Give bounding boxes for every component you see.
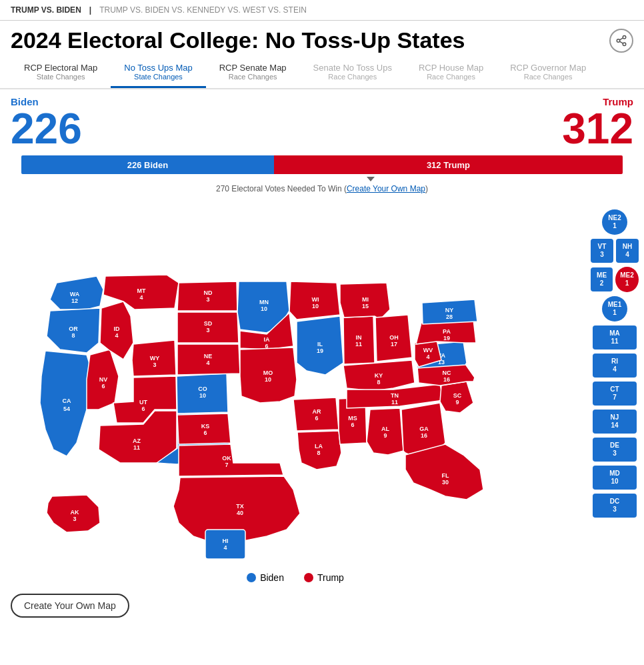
state-ne[interactable]: NE 4 — [177, 344, 240, 375]
biden-bar-label: 226 Biden — [127, 160, 168, 170]
right-panel: NE21 VT3 NH4 ME2 ME21 ME11 — [591, 203, 644, 587]
state-ct[interactable]: CT7 — [593, 382, 637, 406]
trump-legend-label: Trump — [317, 572, 344, 583]
state-ar[interactable]: AR 6 — [293, 398, 339, 431]
state-sc[interactable]: SC 9 — [440, 382, 473, 413]
svg-point-2 — [623, 43, 626, 46]
tab-rcp-electoral[interactable]: RCP Electoral Map State Changes — [11, 57, 111, 88]
state-fl[interactable]: FL 30 — [405, 444, 483, 500]
trump-biden-kennedy-link[interactable]: TRUMP VS. BIDEN VS. KENNEDY VS. WEST VS.… — [99, 5, 307, 15]
state-ma[interactable]: MA11 — [593, 325, 637, 350]
svg-marker-101 — [405, 444, 483, 500]
state-nv[interactable]: NV 6 — [87, 350, 119, 410]
state-ri[interactable]: RI4 — [593, 354, 637, 378]
trump-score: 312 — [562, 107, 633, 150]
state-ca[interactable]: CA 54 — [40, 351, 93, 456]
state-in[interactable]: IN 11 — [343, 316, 375, 364]
svg-marker-32 — [177, 374, 228, 414]
state-me2[interactable]: ME21 — [615, 267, 639, 292]
state-al[interactable]: AL 9 — [367, 408, 403, 455]
svg-marker-5 — [50, 276, 103, 309]
tab-senate-notossups: Senate No Toss Ups Race Changes — [300, 57, 405, 88]
state-dc[interactable]: DC3 — [593, 494, 637, 518]
state-oh[interactable]: OH 17 — [375, 315, 412, 362]
tab-no-tossups-sub: State Changes — [134, 73, 183, 81]
state-co[interactable]: CO 10 — [177, 374, 228, 414]
legend-trump: Trump — [304, 572, 344, 583]
trump-biden-link[interactable]: TRUMP VS. BIDEN — [11, 5, 81, 15]
tab-rcp-senate[interactable]: RCP Senate Map Race Changes — [206, 57, 300, 88]
state-la[interactable]: LA 8 — [297, 431, 341, 470]
tab-rcp-house-sub: Race Changes — [427, 73, 475, 81]
svg-marker-74 — [289, 281, 340, 319]
svg-marker-14 — [87, 350, 119, 410]
tab-rcp-electoral-label: RCP Electoral Map — [24, 63, 97, 73]
svg-marker-50 — [179, 444, 283, 476]
share-button[interactable] — [609, 29, 633, 53]
state-me1[interactable]: ME11 — [602, 296, 627, 321]
svg-marker-104 — [440, 382, 473, 413]
map-area: WA 12 OR 8 CA 54 NV 6 — [0, 196, 644, 587]
tab-no-tossups-label: No Toss Ups Map — [124, 63, 192, 73]
svg-marker-47 — [177, 414, 231, 444]
page-title: 2024 Electoral College: No Toss-Up State… — [11, 27, 465, 53]
svg-marker-11 — [40, 351, 93, 456]
svg-rect-125 — [205, 530, 245, 559]
create-map-link[interactable]: Create Your Own Map — [347, 184, 425, 193]
state-nh[interactable]: NH4 — [616, 239, 639, 263]
biden-bar: 226 Biden — [21, 155, 274, 174]
svg-marker-38 — [177, 281, 237, 311]
tab-rcp-governor-label: RCP Governor Map — [510, 63, 586, 73]
state-ak[interactable]: AK 3 — [47, 495, 100, 532]
state-wa[interactable]: WA 12 — [50, 276, 103, 309]
tab-senate-notossups-label: Senate No Toss Ups — [313, 63, 392, 73]
map-container: WA 12 OR 8 CA 54 NV 6 — [0, 203, 591, 587]
svg-marker-44 — [177, 344, 240, 375]
state-nj[interactable]: NJ14 — [593, 410, 637, 434]
svg-marker-119 — [422, 299, 477, 324]
bottom-bar: Create Your Own Map — [0, 587, 644, 624]
tab-rcp-senate-label: RCP Senate Map — [219, 63, 287, 73]
svg-marker-65 — [293, 398, 339, 431]
state-vt[interactable]: VT3 — [591, 239, 613, 263]
bar-note: 270 Electoral Votes Needed To Win (Creat… — [205, 184, 439, 193]
tab-rcp-house-label: RCP House Map — [419, 63, 483, 73]
trump-bar: 312 Trump — [274, 155, 623, 174]
state-mo[interactable]: MO 10 — [240, 348, 297, 403]
state-hi[interactable]: HI 4 — [205, 530, 245, 559]
biden-score: 226 — [11, 107, 82, 150]
svg-point-0 — [623, 35, 626, 39]
svg-marker-41 — [177, 312, 239, 343]
state-sd[interactable]: SD 3 — [177, 312, 239, 343]
svg-marker-80 — [343, 316, 375, 364]
tab-rcp-governor: RCP Governor Map Race Changes — [497, 57, 599, 88]
svg-marker-77 — [297, 316, 343, 375]
state-ne2[interactable]: NE21 — [602, 209, 627, 235]
state-or[interactable]: OR 8 — [47, 308, 100, 353]
state-wi[interactable]: WI 10 — [289, 281, 340, 319]
state-ny[interactable]: NY 28 — [422, 299, 477, 324]
create-map-button[interactable]: Create Your Own Map — [11, 594, 129, 618]
state-mi[interactable]: MI 15 — [340, 283, 390, 319]
nav-separator: | — [89, 5, 91, 15]
state-de[interactable]: DE3 — [593, 438, 637, 462]
state-md[interactable]: MD10 — [593, 466, 637, 490]
svg-marker-83 — [340, 283, 390, 319]
tab-no-tossups[interactable]: No Toss Ups Map State Changes — [111, 57, 205, 88]
state-il[interactable]: IL 19 — [297, 316, 343, 375]
tabs-container: RCP Electoral Map State Changes No Toss … — [0, 57, 644, 89]
state-ok[interactable]: OK 7 — [179, 444, 283, 476]
state-me[interactable]: ME2 — [591, 267, 613, 291]
tab-rcp-senate-sub: Race Changes — [229, 73, 277, 81]
electoral-map: WA 12 OR 8 CA 54 NV 6 — [0, 203, 573, 563]
biden-legend-label: Biden — [260, 572, 284, 583]
biden-dot — [247, 573, 256, 582]
trump-bar-label: 312 Trump — [427, 160, 470, 170]
state-nd[interactable]: ND 3 — [177, 281, 237, 311]
tab-rcp-governor-sub: Race Changes — [524, 73, 573, 81]
state-wy[interactable]: WY 3 — [132, 340, 176, 376]
state-ky[interactable]: KY 8 — [343, 360, 415, 391]
state-ks[interactable]: KS 6 — [177, 414, 231, 444]
tab-rcp-house: RCP House Map Race Changes — [405, 57, 497, 88]
svg-point-1 — [617, 39, 620, 42]
